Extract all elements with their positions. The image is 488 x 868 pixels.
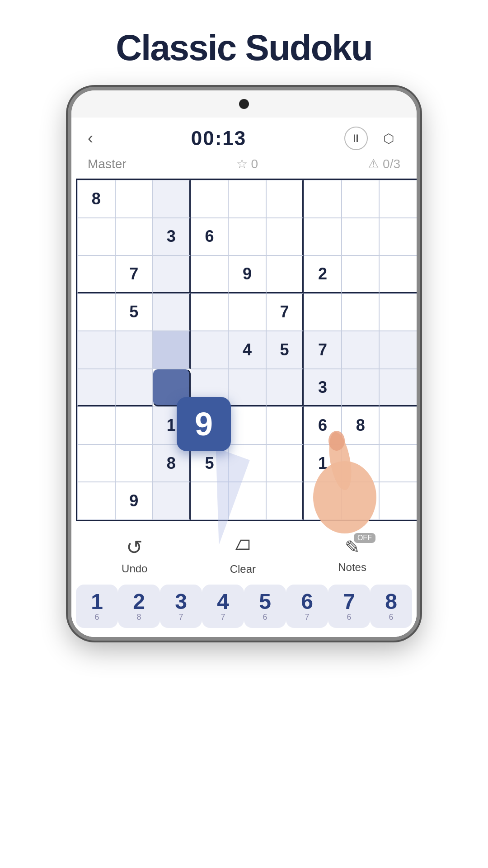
- cell-1-6[interactable]: [304, 218, 342, 256]
- cell-5-1[interactable]: [115, 369, 153, 407]
- cell-1-5[interactable]: [266, 218, 304, 256]
- sudoku-board[interactable]: 83679257457316885199: [76, 179, 418, 521]
- cell-1-4[interactable]: [228, 218, 266, 256]
- cell-5-7[interactable]: [342, 369, 380, 407]
- numpad-count-8: 6: [389, 613, 393, 622]
- cell-7-6[interactable]: 1: [304, 444, 342, 482]
- cell-3-3[interactable]: [191, 293, 229, 331]
- cell-2-8[interactable]: [379, 255, 417, 293]
- cell-4-8[interactable]: [379, 331, 417, 369]
- numpad-digit-6: 6: [301, 591, 313, 613]
- cell-4-0[interactable]: [77, 331, 115, 369]
- cell-3-6[interactable]: [304, 293, 342, 331]
- mistakes-counter: ⚠ 0/3: [368, 156, 400, 171]
- cell-6-5[interactable]: [266, 406, 304, 444]
- cell-5-6[interactable]: 3: [304, 369, 342, 407]
- settings-button[interactable]: ⬡: [377, 127, 400, 150]
- cell-0-5[interactable]: [266, 180, 304, 218]
- cell-8-7[interactable]: [342, 482, 380, 520]
- clear-icon: [233, 535, 253, 559]
- cell-4-4[interactable]: 4: [228, 331, 266, 369]
- cell-6-6[interactable]: 6: [304, 406, 342, 444]
- cell-8-1[interactable]: 9: [115, 482, 153, 520]
- cell-0-4[interactable]: [228, 180, 266, 218]
- clear-label: Clear: [230, 563, 256, 576]
- cell-0-3[interactable]: [191, 180, 229, 218]
- pause-button[interactable]: ⏸: [344, 127, 368, 150]
- cell-6-8[interactable]: [379, 406, 417, 444]
- undo-button[interactable]: ↺ Undo: [122, 536, 147, 575]
- cell-2-4[interactable]: 9: [228, 255, 266, 293]
- cell-3-5[interactable]: 7: [266, 293, 304, 331]
- cell-0-7[interactable]: [342, 180, 380, 218]
- cell-5-5[interactable]: [266, 369, 304, 407]
- cell-2-5[interactable]: [266, 255, 304, 293]
- cell-3-2[interactable]: [153, 293, 191, 331]
- cell-8-0[interactable]: [77, 482, 115, 520]
- cell-3-7[interactable]: [342, 293, 380, 331]
- cell-0-2[interactable]: [153, 180, 191, 218]
- cell-6-7[interactable]: 8: [342, 406, 380, 444]
- cell-6-0[interactable]: [77, 406, 115, 444]
- cell-2-3[interactable]: [191, 255, 229, 293]
- cell-2-1[interactable]: 7: [115, 255, 153, 293]
- cell-6-4[interactable]: [228, 406, 266, 444]
- clear-button[interactable]: Clear: [230, 535, 256, 576]
- cell-3-4[interactable]: [228, 293, 266, 331]
- cell-3-0[interactable]: [77, 293, 115, 331]
- cell-8-6[interactable]: [304, 482, 342, 520]
- cell-1-7[interactable]: [342, 218, 380, 256]
- cell-5-8[interactable]: [379, 369, 417, 407]
- cell-7-0[interactable]: [77, 444, 115, 482]
- cell-1-3[interactable]: 6: [191, 218, 229, 256]
- cell-0-8[interactable]: [379, 180, 417, 218]
- numpad-count-5: 6: [263, 613, 267, 622]
- cell-4-7[interactable]: [342, 331, 380, 369]
- cell-3-1[interactable]: 5: [115, 293, 153, 331]
- notes-label: Notes: [338, 561, 366, 574]
- cell-4-2[interactable]: [153, 331, 191, 369]
- cell-1-2[interactable]: 3: [153, 218, 191, 256]
- cell-4-1[interactable]: [115, 331, 153, 369]
- numpad-key-7[interactable]: 7 6: [328, 585, 370, 628]
- numpad-key-5[interactable]: 5 6: [244, 585, 286, 628]
- cell-1-1[interactable]: [115, 218, 153, 256]
- app-screen: ‹ 00:13 ⏸ ⬡ Master ☆ 0 ⚠ 0/3 83679257457…: [71, 118, 417, 637]
- cell-7-1[interactable]: [115, 444, 153, 482]
- cell-3-8[interactable]: [379, 293, 417, 331]
- cell-4-5[interactable]: 5: [266, 331, 304, 369]
- cell-1-0[interactable]: [77, 218, 115, 256]
- numpad-key-6[interactable]: 6 7: [286, 585, 328, 628]
- cell-2-7[interactable]: [342, 255, 380, 293]
- cell-7-8[interactable]: [379, 444, 417, 482]
- cell-6-1[interactable]: [115, 406, 153, 444]
- cell-7-7[interactable]: [342, 444, 380, 482]
- undo-label: Undo: [122, 562, 147, 575]
- numpad-key-4[interactable]: 4 7: [202, 585, 244, 628]
- cell-7-5[interactable]: [266, 444, 304, 482]
- numpad-key-1[interactable]: 1 6: [76, 585, 118, 628]
- cell-4-3[interactable]: [191, 331, 229, 369]
- camera-dot: [239, 99, 249, 109]
- cell-0-1[interactable]: [115, 180, 153, 218]
- numpad-digit-1: 1: [91, 591, 103, 613]
- numpad-key-8[interactable]: 8 6: [370, 585, 412, 628]
- numpad-count-6: 7: [305, 613, 309, 622]
- cell-8-5[interactable]: [266, 482, 304, 520]
- cell-8-8[interactable]: [379, 482, 417, 520]
- cell-0-0[interactable]: 8: [77, 180, 115, 218]
- numpad-key-2[interactable]: 2 8: [118, 585, 160, 628]
- notes-button[interactable]: OFF ✎ Notes: [338, 537, 366, 574]
- numpad-key-3[interactable]: 3 7: [160, 585, 202, 628]
- cell-2-6[interactable]: 2: [304, 255, 342, 293]
- cell-0-6[interactable]: [304, 180, 342, 218]
- cell-2-2[interactable]: [153, 255, 191, 293]
- cell-5-0[interactable]: [77, 369, 115, 407]
- cell-5-4[interactable]: [228, 369, 266, 407]
- back-button[interactable]: ‹: [88, 129, 93, 148]
- cell-4-6[interactable]: 7: [304, 331, 342, 369]
- cell-2-0[interactable]: [77, 255, 115, 293]
- floating-nine-button[interactable]: 9: [177, 397, 231, 451]
- cell-1-8[interactable]: [379, 218, 417, 256]
- cell-8-2[interactable]: [153, 482, 191, 520]
